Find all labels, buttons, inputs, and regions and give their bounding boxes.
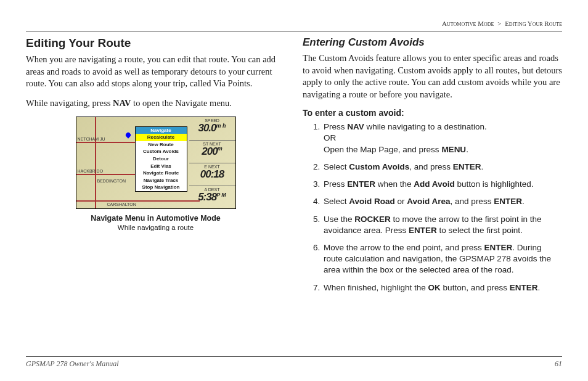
left-column: Editing Your Route When you are navigati…	[26, 36, 285, 349]
data-panel: SPEED30.0m h ST NEXT200m E NEXT00:18 A D…	[189, 117, 235, 208]
step-2: Select Custom Avoids, and press ENTER.	[322, 162, 562, 173]
menu-item-recalculate: Recalculate	[136, 134, 187, 141]
key-nav: NAV	[347, 122, 364, 131]
key-enter: ENTER	[510, 283, 538, 292]
key-enter: ENTER	[494, 197, 522, 206]
menu-item-stop-navigation: Stop Navigation	[136, 184, 187, 191]
key-enter: ENTER	[409, 226, 437, 235]
figure-wrapper: NETCHAM JU HACKBRIDO BEDDINGTON CARSHALT…	[26, 117, 285, 231]
key-enter: ENTER	[453, 162, 481, 171]
map-label: HACKBRIDO	[78, 169, 104, 173]
map-label: CARSHALTON	[107, 202, 136, 207]
key-menu: MENU	[441, 145, 466, 154]
key-enter: ENTER	[347, 179, 375, 189]
breadcrumb-sep: >	[497, 20, 501, 27]
data-arrive-dest: A DEST5:38P M	[189, 186, 235, 208]
key-nav: NAV	[113, 98, 131, 108]
step-4: Select Avoid Road or Avoid Area, and pre…	[322, 196, 562, 207]
menu-item-custom-avoids: Custom Avoids	[136, 148, 187, 155]
breadcrumb-page: Editing Your Route	[505, 20, 562, 27]
step-3: Press ENTER when the Add Avoid button is…	[322, 179, 562, 190]
custom-avoids-paragraph: The Custom Avoids feature allows you to …	[303, 52, 562, 100]
steps-list: Press NAV while navigating to a destinat…	[303, 121, 562, 293]
step-6: Move the arrow to the end point, and pre…	[322, 242, 562, 276]
page-number: 61	[555, 359, 562, 369]
figure-title: Navigate Menu in Automotive Mode	[26, 214, 285, 223]
menu-item-navigate-track: Navigate Track	[136, 177, 187, 184]
step-1: Press NAV while navigating to a destinat…	[322, 121, 562, 155]
map-label: NETCHAM JU	[78, 137, 105, 141]
page-footer: GPSMAP 278 Owner's Manual 61	[26, 356, 562, 369]
breadcrumb-section: Automotive Mode	[442, 20, 494, 27]
menu-item-navigate-route: Navigate Route	[136, 170, 187, 177]
key-enter: ENTER	[484, 243, 512, 252]
top-rule	[26, 31, 562, 31]
menu-item-edit-vias: Edit Vias	[136, 163, 187, 170]
heading-custom-avoids: Entering Custom Avoids	[303, 36, 562, 49]
step-5: Use the ROCKER to move the arrow to the …	[322, 214, 562, 236]
step-7: When finished, highlight the OK button, …	[322, 282, 562, 293]
intro-paragraph: When you are navigating a route, you can…	[26, 54, 285, 90]
car-icon	[125, 132, 131, 139]
navigate-menu-screenshot: NETCHAM JU HACKBRIDO BEDDINGTON CARSHALT…	[76, 117, 236, 209]
right-column: Entering Custom Avoids The Custom Avoids…	[303, 36, 562, 349]
steps-heading: To enter a custom avoid:	[303, 108, 562, 118]
key-rocker: ROCKER	[354, 215, 391, 224]
map-label: BEDDINGTON	[97, 179, 126, 183]
manual-title: GPSMAP 278 Owner's Manual	[26, 359, 119, 369]
data-speed: SPEED30.0m h	[189, 117, 235, 139]
menu-title: Navigate	[136, 127, 187, 134]
breadcrumb: Automotive Mode > Editing Your Route	[26, 20, 562, 27]
navigate-menu: Navigate Recalculate New Route Custom Av…	[135, 126, 187, 192]
data-eta-next: E NEXT00:18	[189, 163, 235, 186]
figure-subtitle: While navigating a route	[26, 224, 285, 231]
data-dist-next: ST NEXT200m	[189, 140, 235, 163]
menu-item-new-route: New Route	[136, 141, 187, 149]
heading-editing-route: Editing Your Route	[26, 36, 285, 50]
nav-instruction: While navigating, press NAV to open the …	[26, 97, 285, 110]
menu-item-detour: Detour	[136, 155, 187, 163]
